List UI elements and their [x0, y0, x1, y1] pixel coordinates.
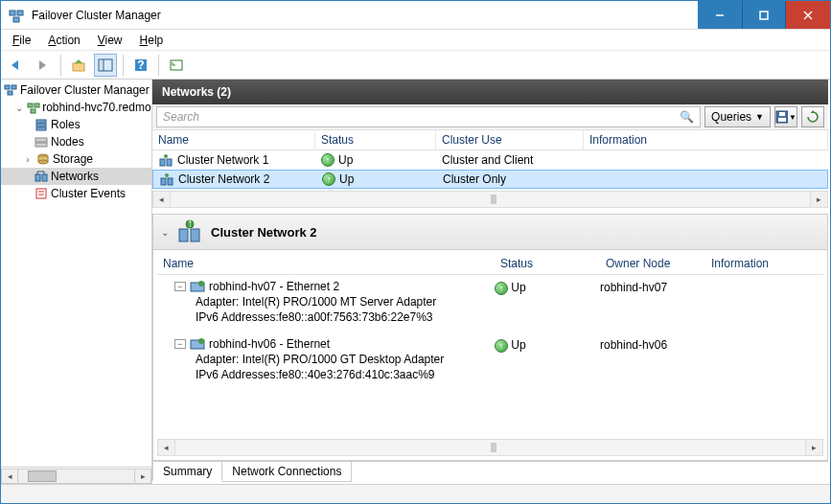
tree-root[interactable]: Failover Cluster Manager	[1, 81, 151, 99]
menu-action[interactable]: Action	[40, 32, 87, 49]
scroll-left-button[interactable]: ◂	[153, 192, 171, 207]
scroll-track[interactable]	[171, 192, 810, 207]
scroll-track[interactable]	[175, 440, 805, 455]
nav-forward-button[interactable]	[32, 54, 55, 77]
detail-row[interactable]: − robhind-hv07 - Ethernet 2 Adapter: Int…	[157, 275, 823, 332]
scroll-right-button[interactable]: ▸	[805, 440, 822, 455]
tree-networks[interactable]: Networks	[1, 168, 151, 185]
chevron-down-icon: ▼	[755, 112, 764, 122]
svg-text:↑: ↑	[187, 219, 193, 230]
svg-rect-22	[31, 109, 35, 113]
tree-nodes[interactable]: Nodes	[1, 133, 151, 150]
tab-summary[interactable]: Summary	[152, 461, 222, 481]
tree-storage[interactable]: › Storage	[1, 150, 151, 168]
search-icon[interactable]: 🔍	[680, 110, 694, 124]
toolbar-help-button[interactable]: ?	[129, 54, 152, 77]
detail-tabs: Summary Network Connections	[152, 461, 828, 482]
col-info[interactable]: Information	[584, 130, 828, 149]
scroll-right-button[interactable]: ▸	[134, 469, 151, 484]
dcol-name[interactable]: Name	[157, 254, 495, 274]
menu-help[interactable]: Help	[132, 32, 172, 49]
tree-roles-label: Roles	[51, 118, 81, 131]
adapter-ipv6: IPv6 Addresses:fe80::a00f:7563:73b6:22e7…	[174, 309, 495, 325]
tree-hscroll[interactable]: ◂ ▸	[1, 467, 151, 484]
detail-grid: Name Status Owner Node Information − rob…	[157, 254, 823, 437]
scroll-left-button[interactable]: ◂	[1, 469, 18, 484]
scroll-track[interactable]	[18, 469, 134, 484]
svg-rect-21	[35, 103, 39, 107]
search-placeholder: Search	[163, 110, 199, 124]
app-icon	[7, 6, 26, 25]
menu-view[interactable]: View	[90, 32, 130, 49]
detail-hscroll[interactable]: ◂ ▸	[157, 439, 823, 456]
col-status[interactable]: Status	[315, 130, 436, 149]
nodes-icon	[34, 134, 49, 149]
grid-row[interactable]: Cluster Network 1 ↑Up Cluster and Client	[152, 150, 828, 170]
svg-rect-41	[779, 112, 785, 116]
tree-roles[interactable]: Roles	[1, 116, 151, 133]
svg-rect-24	[36, 124, 46, 126]
svg-rect-4	[760, 11, 768, 19]
nav-back-button[interactable]	[5, 54, 28, 77]
grid-hscroll[interactable]: ◂ ▸	[152, 191, 828, 208]
svg-rect-50	[191, 229, 199, 241]
maximize-button[interactable]	[742, 1, 786, 29]
svg-rect-18	[12, 85, 16, 89]
collapse-toggle[interactable]: −	[174, 282, 186, 291]
adapter-desc: Adapter: Intel(R) PRO/1000 GT Desktop Ad…	[174, 352, 495, 367]
tree-events[interactable]: Cluster Events	[1, 185, 151, 202]
scroll-left-button[interactable]: ◂	[158, 440, 175, 455]
scroll-right-button[interactable]: ▸	[810, 192, 827, 207]
up-icon: ↑	[495, 282, 508, 295]
col-name[interactable]: Name	[152, 130, 315, 149]
up-icon: ↑	[495, 339, 508, 353]
detail-row[interactable]: − robhind-hv06 - Ethernet Adapter: Intel…	[157, 332, 823, 390]
row-status: Up	[339, 172, 354, 186]
refresh-button[interactable]	[801, 106, 824, 127]
menubar: File Action View Help	[1, 30, 830, 51]
tree-cluster[interactable]: ⌄ robhind-hvc70.redmond	[1, 99, 151, 116]
svg-rect-19	[8, 91, 12, 95]
col-use[interactable]: Cluster Use	[436, 130, 584, 149]
row-name: Cluster Network 1	[177, 153, 268, 167]
minimize-button[interactable]	[698, 1, 742, 29]
save-query-button[interactable]: ▼	[774, 106, 797, 127]
tree-cluster-label: robhind-hvc70.redmond	[42, 101, 151, 114]
row-use: Cluster Only	[443, 172, 506, 186]
statusbar	[1, 484, 830, 503]
svg-rect-40	[778, 118, 786, 122]
scroll-thumb[interactable]	[28, 470, 57, 482]
toolbar-up-button[interactable]	[67, 54, 90, 77]
svg-rect-26	[35, 138, 47, 142]
toolbar-refresh-button[interactable]	[165, 54, 188, 77]
grid-row[interactable]: Cluster Network 2 ↑Up Cluster Only	[152, 170, 828, 189]
dcol-owner[interactable]: Owner Node	[600, 254, 705, 274]
dcol-info[interactable]: Information	[705, 254, 823, 274]
scroll-mark	[491, 443, 496, 452]
dcol-status[interactable]: Status	[495, 254, 600, 274]
events-icon	[34, 186, 49, 201]
adapter-name: robhind-hv06 - Ethernet	[209, 337, 330, 351]
app-window: Failover Cluster Manager File Action Vie…	[0, 0, 831, 504]
expand-icon[interactable]: ⌄	[14, 103, 25, 113]
tab-connections[interactable]: Network Connections	[221, 462, 352, 482]
svg-rect-46	[161, 178, 166, 185]
svg-rect-0	[10, 11, 15, 15]
expand-icon[interactable]: ›	[22, 154, 34, 165]
adapter-desc: Adapter: Intel(R) PRO/1000 MT Server Ada…	[174, 294, 495, 309]
detail-header[interactable]: ⌄ ↑ Cluster Network 2	[152, 214, 828, 250]
tree[interactable]: Failover Cluster Manager ⌄ robhind-hvc70…	[1, 80, 151, 467]
collapse-toggle[interactable]: −	[174, 339, 186, 349]
queries-button[interactable]: Queries ▼	[704, 106, 771, 127]
adapter-status: Up	[511, 338, 525, 352]
tree-nodes-label: Nodes	[51, 135, 84, 149]
collapse-icon[interactable]: ⌄	[161, 227, 169, 238]
svg-rect-27	[35, 143, 47, 147]
main-pane: Networks (2) Search 🔍 Queries ▼ ▼ Name S…	[152, 80, 830, 484]
search-input[interactable]: Search 🔍	[156, 106, 701, 127]
svg-rect-17	[5, 85, 10, 89]
menu-file[interactable]: File	[5, 32, 38, 49]
svg-point-56	[198, 338, 204, 344]
toolbar-show-hide-tree-button[interactable]	[94, 54, 117, 77]
close-button[interactable]	[786, 1, 830, 29]
